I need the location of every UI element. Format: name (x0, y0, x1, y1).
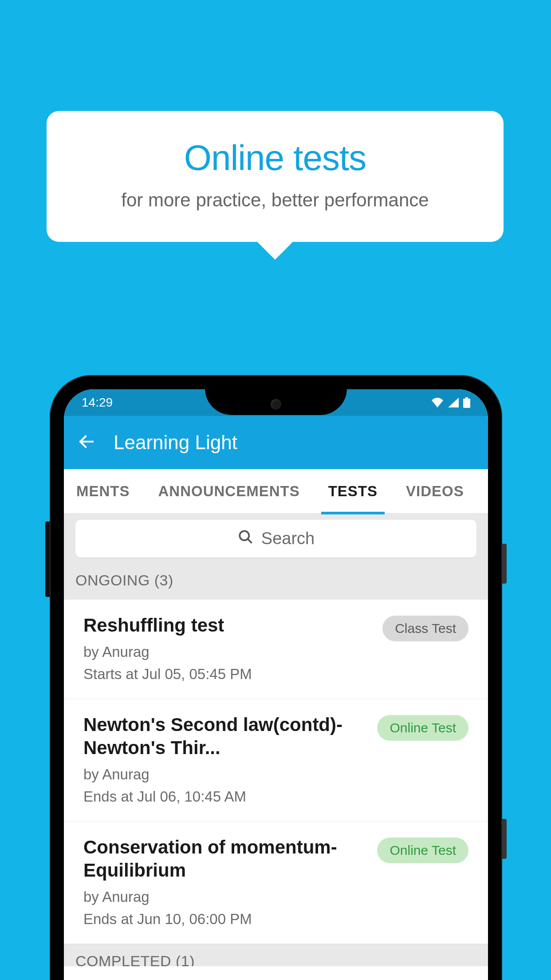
phone-side-button-right-top (502, 544, 507, 584)
battery-icon (463, 397, 470, 408)
phone-side-button-right-bottom (502, 819, 507, 859)
test-title: Reshuffling test (83, 614, 374, 637)
svg-rect-0 (463, 399, 470, 408)
test-author: by Anurag (83, 889, 368, 905)
test-author: by Anurag (83, 766, 368, 783)
search-icon (237, 529, 253, 549)
section-ongoing-header: ONGOING (3) (64, 564, 488, 600)
search-placeholder: Search (261, 529, 315, 548)
test-type-badge: Online Test (377, 715, 468, 741)
tooltip-pointer (256, 241, 294, 260)
wifi-icon (431, 398, 444, 407)
back-button[interactable] (77, 432, 96, 453)
tab-tests[interactable]: TESTS (325, 469, 381, 514)
phone-notch (205, 389, 347, 415)
test-time: Starts at Jul 05, 05:45 PM (83, 666, 374, 683)
page-title: Learning Light (114, 431, 237, 454)
tab-announcements[interactable]: ANNOUNCEMENTS (155, 469, 303, 514)
phone-frame: 14:29 Learning Light (50, 375, 502, 980)
test-item[interactable]: Conservation of momentum-Equilibrium by … (64, 822, 488, 944)
search-area: Search (64, 514, 488, 564)
test-item[interactable]: Reshuffling test by Anurag Starts at Jul… (64, 600, 488, 699)
svg-line-4 (248, 539, 252, 543)
status-time: 14:29 (82, 395, 113, 410)
tab-bar: MENTS ANNOUNCEMENTS TESTS VIDEOS (64, 469, 488, 514)
app-bar: Learning Light (64, 416, 488, 469)
tab-ments[interactable]: MENTS (73, 469, 134, 514)
search-input[interactable]: Search (75, 520, 476, 557)
test-author: by Anurag (83, 644, 374, 660)
test-title: Newton's Second law(contd)-Newton's Thir… (83, 713, 368, 760)
test-time: Ends at Jul 06, 10:45 AM (83, 788, 368, 805)
cellular-icon (448, 398, 459, 407)
test-type-badge: Class Test (382, 616, 468, 641)
test-type-badge: Online Test (377, 838, 468, 863)
status-icons (431, 397, 470, 408)
svg-rect-1 (465, 397, 468, 399)
test-time: Ends at Jun 10, 06:00 PM (83, 911, 368, 928)
phone-screen: 14:29 Learning Light (64, 389, 488, 980)
promo-subtitle: for more practice, better performance (69, 190, 481, 211)
promo-tooltip: Online tests for more practice, better p… (47, 111, 504, 242)
phone-side-button-left (45, 522, 50, 597)
promo-title: Online tests (69, 138, 481, 178)
test-title: Conservation of momentum-Equilibrium (83, 836, 368, 882)
test-item[interactable]: Newton's Second law(contd)-Newton's Thir… (64, 699, 488, 822)
section-completed-header: COMPLETED (1) (64, 944, 488, 966)
tab-videos[interactable]: VIDEOS (402, 469, 468, 514)
tests-list: Reshuffling test by Anurag Starts at Jul… (64, 600, 488, 944)
